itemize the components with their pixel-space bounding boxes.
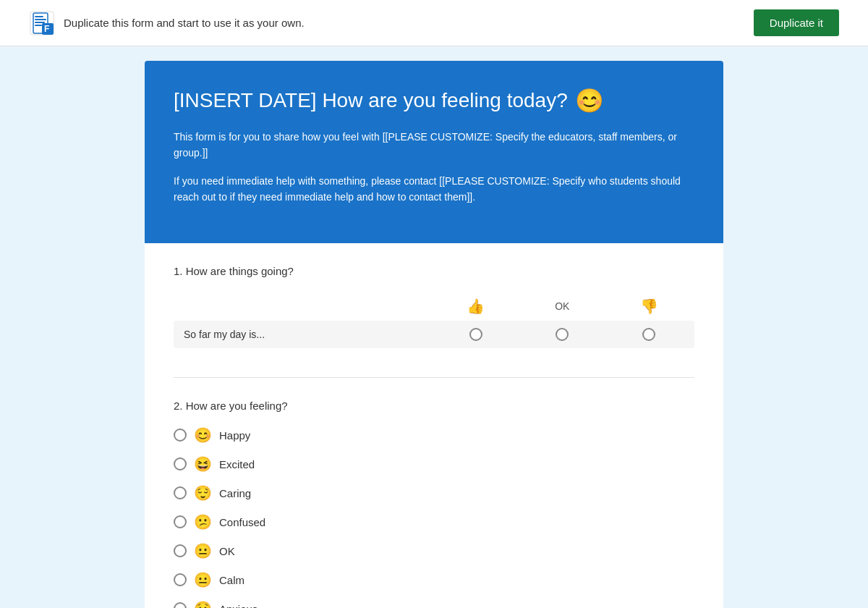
col-header-bad: 👎 — [603, 292, 694, 321]
table-row: So far my day is... — [174, 321, 694, 349]
thumbs-up-icon: 👍 — [467, 298, 485, 314]
question-2-text: How are you feeling? — [186, 400, 288, 412]
caring-emoji: 😌 — [194, 484, 212, 502]
form-title-text: [INSERT DATE] How are you feeling today? — [174, 89, 568, 112]
form-title-emoji: 😊 — [575, 87, 604, 114]
col-header-ok: OK — [521, 292, 603, 321]
question-1-section: 1. How are things going? 👍 OK 👎 — [174, 265, 694, 349]
happy-emoji: 😊 — [194, 426, 212, 444]
svg-rect-4 — [35, 19, 46, 20]
question-1-number: 1. — [174, 265, 183, 277]
calm-emoji: 😐 — [194, 571, 212, 588]
radio-calm[interactable] — [174, 573, 187, 586]
radio-cell-bad[interactable] — [603, 321, 694, 349]
feeling-choices: 😊 Happy 😆 Excited 😌 Caring — [174, 426, 694, 608]
excited-emoji: 😆 — [194, 455, 212, 473]
col-header-good: 👍 — [430, 292, 522, 321]
radio-bad[interactable] — [642, 328, 655, 341]
svg-text:F: F — [44, 24, 49, 34]
radio-cell-good[interactable] — [430, 321, 522, 349]
radio-ok[interactable] — [556, 328, 569, 341]
list-item[interactable]: 😟 Anxious — [174, 600, 694, 608]
anxious-label: Anxious — [219, 603, 258, 608]
banner-left: F Duplicate this form and start to use i… — [29, 10, 305, 36]
radio-ok-feeling[interactable] — [174, 544, 187, 557]
list-item[interactable]: 😐 Calm — [174, 571, 694, 588]
caring-label: Caring — [219, 487, 251, 499]
calm-label: Calm — [219, 574, 244, 586]
ok-label: OK — [219, 545, 235, 557]
question-2-number: 2. — [174, 400, 183, 412]
form-content: 1. How are things going? 👍 OK 👎 — [145, 243, 723, 608]
top-banner: F Duplicate this form and start to use i… — [0, 0, 868, 46]
radio-cell-ok[interactable] — [521, 321, 603, 349]
confused-emoji: 😕 — [194, 513, 212, 531]
svg-rect-5 — [35, 22, 45, 23]
form-header: [INSERT DATE] How are you feeling today?… — [145, 61, 723, 243]
list-item[interactable]: 😊 Happy — [174, 426, 694, 444]
rating-table: 👍 OK 👎 So far my day is... — [174, 292, 694, 349]
col-ok-label: OK — [555, 300, 569, 312]
question-1-text: How are things going? — [186, 265, 294, 277]
duplicate-button[interactable]: Duplicate it — [754, 9, 839, 36]
radio-anxious[interactable] — [174, 602, 187, 608]
form-description-2: If you need immediate help with somethin… — [174, 173, 694, 206]
form-title: [INSERT DATE] How are you feeling today?… — [174, 87, 694, 114]
svg-rect-6 — [35, 25, 42, 26]
banner-text: Duplicate this form and start to use it … — [64, 17, 305, 29]
happy-label: Happy — [219, 429, 250, 442]
confused-label: Confused — [219, 516, 265, 528]
col-header-empty — [174, 292, 430, 321]
question-2-label: 2. How are you feeling? — [174, 400, 694, 412]
section-divider — [174, 377, 694, 378]
svg-rect-3 — [35, 16, 43, 17]
list-item[interactable]: 😌 Caring — [174, 484, 694, 502]
anxious-emoji: 😟 — [194, 600, 212, 608]
question-2-section: 2. How are you feeling? 😊 Happy 😆 Excite… — [174, 400, 694, 608]
rating-table-header: 👍 OK 👎 — [174, 292, 694, 321]
ok-emoji: 😐 — [194, 542, 212, 560]
list-item[interactable]: 😕 Confused — [174, 513, 694, 531]
question-1-label: 1. How are things going? — [174, 265, 694, 277]
list-item[interactable]: 😐 OK — [174, 542, 694, 560]
excited-label: Excited — [219, 458, 255, 470]
radio-confused[interactable] — [174, 515, 187, 528]
page-wrapper: [INSERT DATE] How are you feeling today?… — [145, 46, 723, 608]
forms-icon: F — [29, 10, 55, 36]
thumbs-down-icon: 👎 — [640, 298, 658, 314]
radio-excited[interactable] — [174, 457, 187, 470]
form-description-1: This form is for you to share how you fe… — [174, 129, 694, 161]
list-item[interactable]: 😆 Excited — [174, 455, 694, 473]
radio-happy[interactable] — [174, 428, 187, 442]
row-label-day: So far my day is... — [174, 321, 430, 349]
radio-caring[interactable] — [174, 486, 187, 499]
radio-good[interactable] — [469, 328, 482, 341]
